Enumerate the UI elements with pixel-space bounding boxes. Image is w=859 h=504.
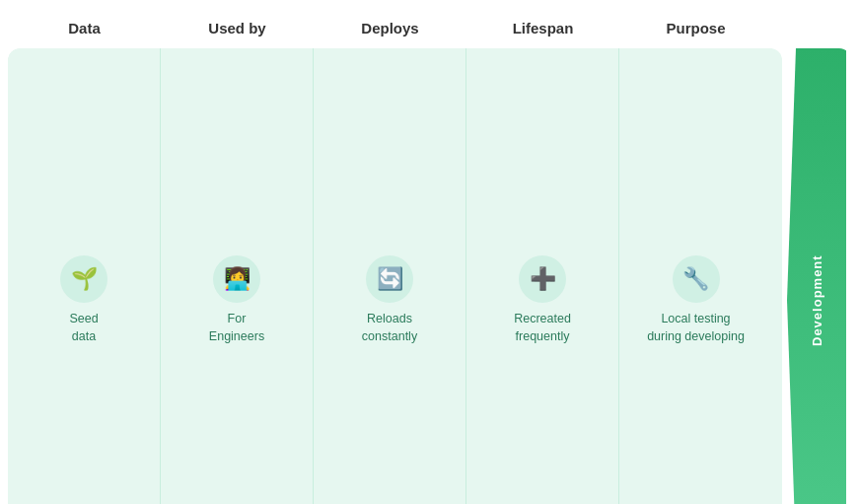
cell-icon-development-0: 🌱 [60,255,107,303]
header-col-1: Used by [161,16,314,40]
cell-development-4: 🔧Local testing during developing [619,48,772,504]
cell-label-development-0: Seed data [69,311,98,345]
cell-icon-development-3: ➕ [519,255,566,303]
cell-label-development-4: Local testing during developing [647,311,745,345]
cell-label-development-3: Recreated frequently [514,311,571,345]
cell-icon-development-4: 🔧 [673,255,720,303]
env-tab-label-development: Development [787,48,846,504]
header-col-5 [772,16,841,40]
env-tab-development: Development [782,48,851,504]
env-section-development: 🌱Seed data👩‍💻For Engineers🔄Reloads const… [8,48,851,504]
cell-icon-development-1: 👩‍💻 [213,255,260,303]
cell-label-development-1: For Engineers [209,311,264,345]
env-grid-development: 🌱Seed data👩‍💻For Engineers🔄Reloads const… [8,48,782,504]
header-col-3: Lifespan [466,16,619,40]
cell-development-1: 👩‍💻For Engineers [161,48,314,504]
cell-icon-development-2: 🔄 [366,255,413,303]
header-col-0: Data [8,16,161,40]
header-col-4: Purpose [619,16,772,40]
cell-label-development-2: Reloads constantly [362,311,417,345]
main-container: DataUsed byDeploysLifespanPurpose 🌱Seed … [0,0,859,504]
cell-development-3: ➕Recreated frequently [466,48,619,504]
cell-development-2: 🔄Reloads constantly [314,48,466,504]
header-row: DataUsed byDeploysLifespanPurpose [8,16,851,40]
cell-development-0: 🌱Seed data [8,48,161,504]
header-col-2: Deploys [314,16,466,40]
